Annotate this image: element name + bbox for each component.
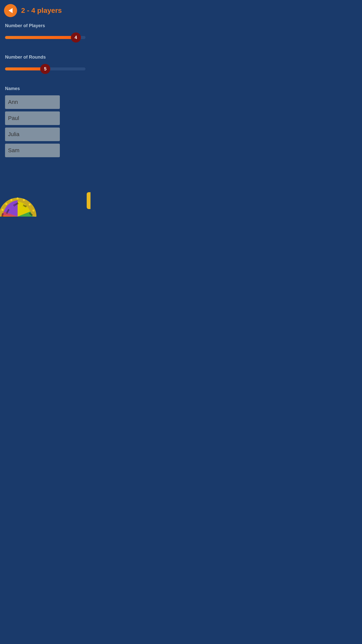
name-input-4[interactable] — [5, 144, 60, 157]
players-slider-track[interactable]: 4 — [5, 36, 85, 39]
rounds-value: 5 — [44, 66, 47, 72]
svg-point-9 — [5, 203, 7, 205]
players-slider-wrapper: 4 — [5, 32, 85, 43]
content-area: Number of Players 4 Number of Rounds 5 — [0, 19, 90, 166]
players-slider-section: Number of Players 4 — [5, 23, 85, 47]
rounds-slider-thumb[interactable]: 5 — [40, 64, 50, 74]
rounds-slider-section: Number of Rounds 5 — [5, 55, 85, 78]
players-slider-fill — [5, 36, 76, 39]
players-value: 4 — [75, 35, 77, 40]
back-arrow-icon — [9, 8, 13, 13]
names-label: Names — [5, 86, 85, 91]
svg-text:300: 300 — [1, 213, 4, 217]
wheel-svg: 1500 1000 300 700 500 500 — [0, 176, 38, 217]
svg-point-10 — [2, 209, 4, 211]
rounds-label: Number of Rounds — [5, 55, 85, 60]
rounds-slider-track[interactable]: 5 — [5, 67, 85, 70]
svg-point-13 — [32, 210, 34, 212]
players-label: Number of Players — [5, 23, 85, 28]
svg-point-12 — [29, 204, 31, 206]
names-section: Names — [5, 86, 85, 157]
name-input-2[interactable] — [5, 111, 60, 125]
svg-point-7 — [17, 197, 19, 199]
rounds-slider-fill — [5, 67, 45, 70]
back-button[interactable] — [4, 4, 17, 17]
play-button[interactable]: Play — [86, 192, 90, 209]
svg-point-11 — [23, 199, 25, 201]
rounds-slider-wrapper: 5 — [5, 64, 85, 74]
name-input-3[interactable] — [5, 128, 60, 141]
wheel-decoration: 1500 1000 300 700 500 500 — [0, 176, 38, 217]
page-title: 2 - 4 players — [21, 7, 62, 15]
players-slider-thumb[interactable]: 4 — [71, 32, 81, 43]
header: 2 - 4 players — [0, 0, 90, 19]
app-container: 2 - 4 players Number of Players 4 Number… — [0, 0, 90, 217]
name-input-1[interactable] — [5, 95, 60, 109]
bottom-area: 1500 1000 300 700 500 500 Play — [0, 166, 90, 217]
svg-point-8 — [10, 199, 12, 201]
